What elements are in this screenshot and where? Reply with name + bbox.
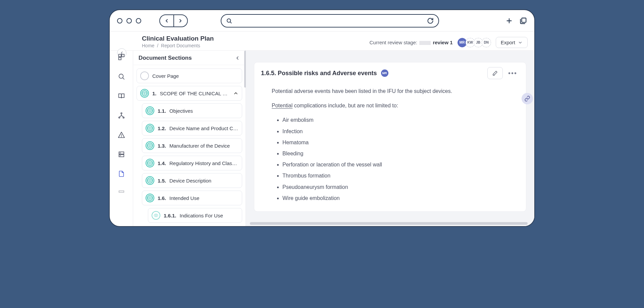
section-heading: 1.6.5. Possible risks and Adverse events (261, 70, 377, 77)
rail-archive-icon[interactable] (118, 190, 125, 197)
svg-point-25 (149, 180, 151, 181)
url-bar[interactable] (221, 14, 439, 28)
svg-point-22 (149, 127, 151, 129)
section-label: Regulatory History and Clas… (169, 160, 238, 166)
section-item[interactable]: 1.2.Device Name and Product C… (142, 121, 242, 136)
more-actions-button[interactable]: ••• (506, 69, 519, 77)
chrome-right-actions (505, 17, 527, 24)
section-item[interactable]: 1.6.Intended Use (142, 191, 242, 205)
svg-point-24 (149, 162, 151, 164)
sidebar-header: Document Sections (133, 51, 246, 65)
collaborator-avatars: MR KW JB DN (458, 38, 491, 47)
rail-server-icon[interactable] (118, 151, 125, 158)
avatar[interactable]: DN (482, 38, 491, 47)
eye-icon (140, 89, 149, 98)
section-card-header: 1.6.5. Possible risks and Adverse events… (254, 62, 526, 84)
section-number: 1.3. (158, 143, 166, 149)
chevron-down-icon (518, 40, 523, 45)
section-label: Device Description (169, 178, 238, 184)
section-title: Possible risks and Adverse events (278, 70, 377, 76)
export-label: Export (501, 40, 515, 45)
eye-icon (152, 211, 160, 220)
nav-back-button[interactable] (160, 15, 174, 27)
edit-button[interactable] (487, 67, 503, 79)
search-icon (226, 18, 232, 24)
svg-point-20 (144, 93, 145, 94)
svg-point-17 (120, 153, 120, 153)
svg-line-9 (123, 78, 124, 79)
section-number: 1.2. (158, 125, 166, 131)
pencil-icon (492, 70, 498, 76)
collapse-sidebar-button[interactable] (235, 55, 240, 61)
page-title: Clinical Evaluation Plan (142, 35, 214, 42)
reload-icon[interactable] (427, 17, 434, 24)
browser-chrome (110, 10, 534, 32)
eye-icon (146, 124, 154, 133)
section-label: Cover Page (152, 73, 238, 79)
section-label: Intended Use (169, 195, 238, 201)
horizontal-scrollbar[interactable] (250, 222, 528, 225)
section-number: 1.6.1. (164, 213, 176, 218)
section-number: 1.1. (158, 108, 166, 114)
section-number: 1.6.5. (261, 70, 276, 76)
rail-search-icon[interactable] (118, 73, 125, 80)
rail-document-icon[interactable] (118, 170, 125, 177)
app-window: Clinical Evaluation Plan Home / Report D… (109, 9, 535, 227)
status-empty-icon (140, 71, 149, 80)
section-item[interactable]: 1.6.1.Indications For Use (148, 208, 242, 223)
section-item[interactable]: 1.4.Regulatory History and Clas… (142, 156, 242, 170)
nav-forward-button[interactable] (174, 15, 187, 27)
eye-icon (146, 159, 154, 167)
text: complications include, but are not limit… (292, 103, 398, 108)
breadcrumb-sep: / (156, 43, 160, 48)
section-number: 1.4. (158, 160, 166, 166)
section-item[interactable]: Cover Page (137, 68, 242, 83)
rail-network-icon[interactable] (118, 112, 125, 119)
section-actions: ••• (487, 67, 519, 79)
svg-rect-5 (118, 54, 121, 57)
rail-book-icon[interactable] (118, 92, 125, 100)
chevron-up-icon[interactable] (233, 91, 238, 96)
section-label: Objectives (169, 108, 238, 114)
svg-rect-7 (118, 57, 121, 60)
svg-point-23 (149, 145, 151, 146)
rail-warning-icon[interactable] (118, 131, 125, 139)
title-block: Clinical Evaluation Plan Home / Report D… (142, 35, 214, 48)
export-button[interactable]: Export (496, 37, 528, 48)
list-item: Air embolism (282, 115, 508, 124)
window-dot[interactable] (126, 18, 132, 23)
svg-point-21 (149, 110, 151, 111)
tabs-icon[interactable] (520, 17, 527, 24)
section-number: 1.6. (158, 195, 166, 201)
review-stage-label: Current review stage: (370, 40, 418, 45)
app-body: Document Sections Cover Page1.SCOPE OF T… (110, 51, 534, 226)
left-rail (110, 51, 133, 226)
list-item: Pseudoaneurysm formation (282, 183, 508, 192)
section-list: Cover Page1.SCOPE OF THE CLINICAL …1.1.O… (133, 65, 246, 226)
svg-rect-6 (121, 54, 124, 57)
section-item[interactable]: 1.5.Device Description (142, 173, 242, 188)
new-tab-icon[interactable] (505, 17, 513, 24)
section-item[interactable]: 1.3.Manufacturer of the Device (142, 138, 242, 153)
complications-list: Air embolismInfectionHematomaBleedingPer… (272, 115, 508, 203)
author-badge[interactable]: MR (381, 69, 388, 77)
review-stage-value: review 1 (433, 40, 452, 45)
section-item[interactable]: 1.SCOPE OF THE CLINICAL … (137, 86, 242, 101)
section-label: Indications For Use (180, 213, 238, 218)
rail-dashboard-icon[interactable] (118, 53, 125, 61)
window-dot[interactable] (117, 18, 122, 23)
window-dot[interactable] (136, 18, 141, 23)
svg-point-26 (149, 197, 151, 199)
window-dots (117, 18, 141, 23)
app-header: Clinical Evaluation Plan Home / Report D… (110, 32, 534, 51)
breadcrumb-home[interactable]: Home (142, 43, 154, 48)
nav-back-forward (159, 14, 188, 27)
link-fab-button[interactable] (522, 93, 533, 104)
link-icon (524, 96, 530, 102)
sections-sidebar: Document Sections Cover Page1.SCOPE OF T… (133, 51, 246, 226)
list-item: Infection (282, 127, 508, 136)
eye-icon (146, 194, 154, 202)
breadcrumb-current[interactable]: Report Documents (161, 43, 200, 48)
eye-icon (146, 176, 154, 185)
section-item[interactable]: 1.1.Objectives (142, 103, 242, 118)
